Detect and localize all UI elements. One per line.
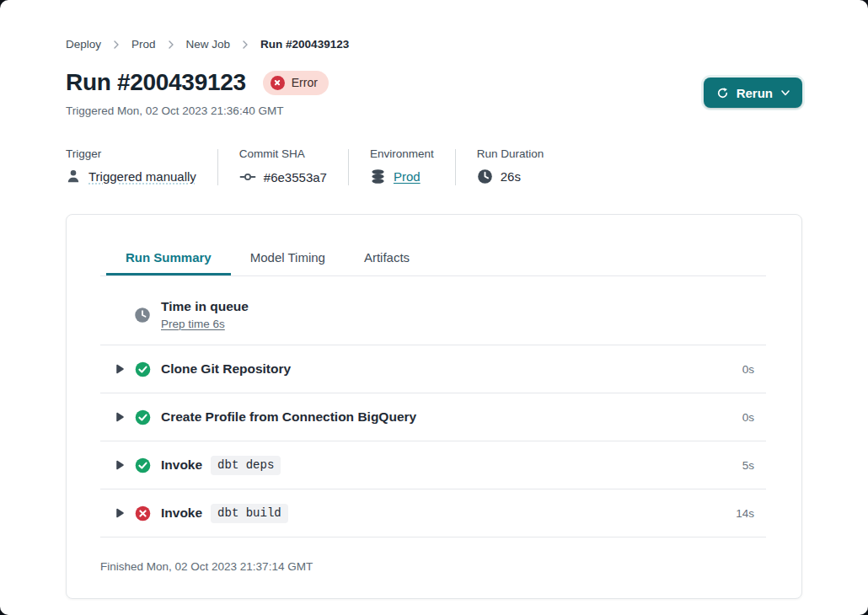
tab-run-summary[interactable]: Run Summary <box>106 240 231 275</box>
expand-caret-icon[interactable] <box>115 507 125 519</box>
error-icon <box>135 505 151 521</box>
step-duration: 5s <box>742 459 766 472</box>
tab-bar: Run Summary Model Timing Artifacts <box>100 240 766 276</box>
meta-duration-label: Run Duration <box>477 147 544 160</box>
run-summary-card: Run Summary Model Timing Artifacts Time … <box>66 214 802 599</box>
divider <box>217 149 218 185</box>
divider <box>455 149 456 185</box>
expand-caret-icon[interactable] <box>115 411 125 423</box>
step-duration: 14s <box>736 507 766 520</box>
meta-commit-value: #6e3553a7 <box>264 170 327 184</box>
step-duration: 0s <box>742 411 766 424</box>
chevron-right-icon <box>167 40 175 49</box>
meta-commit-label: Commit SHA <box>239 147 327 160</box>
meta-run-duration: Run Duration 26s <box>477 147 544 185</box>
queue-prep-time-link[interactable]: Prep time 6s <box>161 318 249 330</box>
step-command-code: dbt deps <box>211 456 281 475</box>
run-details-page: Deploy Prod New Job Run #200439123 Run #… <box>0 0 868 615</box>
person-icon <box>66 168 81 184</box>
refresh-icon <box>716 87 729 99</box>
time-in-queue-row: Time in queue Prep time 6s <box>100 276 766 345</box>
expand-caret-icon[interactable] <box>115 363 125 375</box>
page-title: Run #200439123 <box>66 69 246 96</box>
step-label: Invoke <box>161 505 202 521</box>
tab-artifacts[interactable]: Artifacts <box>345 240 429 275</box>
chevron-down-icon <box>780 88 790 98</box>
breadcrumb-new-job[interactable]: New Job <box>186 38 231 51</box>
meta-trigger-label: Trigger <box>66 147 196 160</box>
meta-trigger-value[interactable]: Triggered manually <box>88 169 196 184</box>
queue-title: Time in queue <box>161 299 249 314</box>
breadcrumb-prod[interactable]: Prod <box>131 38 156 51</box>
divider <box>348 149 349 185</box>
chevron-right-icon <box>241 40 249 49</box>
database-icon <box>370 168 386 184</box>
step-label: Invoke <box>161 457 202 473</box>
step-label: Create Profile from Connection BigQuery <box>161 409 416 425</box>
clock-icon <box>477 168 493 184</box>
finished-timestamp: Finished Mon, 02 Oct 2023 21:37:14 GMT <box>100 537 766 573</box>
breadcrumb-current-run: Run #200439123 <box>260 38 349 51</box>
step-row-create-profile: Create Profile from Connection BigQuery … <box>100 393 766 441</box>
success-icon <box>135 409 151 425</box>
success-icon <box>135 361 151 377</box>
breadcrumb: Deploy Prod New Job Run #200439123 <box>66 38 802 51</box>
rerun-button[interactable]: Rerun <box>704 78 802 108</box>
step-command-code: dbt build <box>211 504 288 523</box>
step-row-dbt-deps: Invoke dbt deps 5s <box>100 441 766 489</box>
meta-commit-sha: Commit SHA #6e3553a7 <box>239 147 327 185</box>
clock-icon <box>134 307 151 324</box>
step-duration: 0s <box>742 363 766 376</box>
success-icon <box>135 457 151 473</box>
status-badge-error: Error <box>263 71 329 95</box>
chevron-right-icon <box>112 40 121 49</box>
step-row-clone-git: Clone Git Repository 0s <box>100 345 766 393</box>
breadcrumb-deploy[interactable]: Deploy <box>66 38 101 51</box>
step-row-dbt-build: Invoke dbt build 14s <box>100 489 766 537</box>
tab-model-timing[interactable]: Model Timing <box>231 240 345 275</box>
meta-environment-label: Environment <box>370 147 434 160</box>
triggered-timestamp: Triggered Mon, 02 Oct 2023 21:36:40 GMT <box>66 104 802 117</box>
error-circle-icon <box>271 76 285 90</box>
meta-trigger: Trigger Triggered manually <box>66 147 196 185</box>
expand-caret-icon[interactable] <box>115 459 125 471</box>
meta-environment-value-link[interactable]: Prod <box>394 169 421 184</box>
meta-duration-value: 26s <box>501 169 521 184</box>
rerun-button-label: Rerun <box>737 86 773 100</box>
step-label: Clone Git Repository <box>161 361 291 377</box>
meta-environment: Environment Prod <box>370 147 434 185</box>
git-commit-icon <box>239 168 256 185</box>
run-meta-row: Trigger Triggered manually Commit SHA <box>66 147 802 185</box>
status-badge-label: Error <box>292 76 318 89</box>
